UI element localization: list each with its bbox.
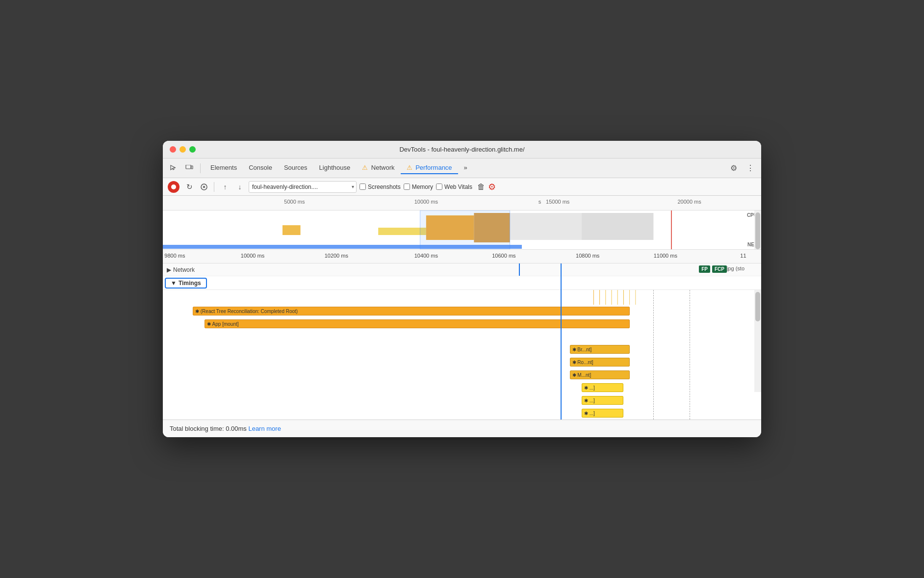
ruler-mark-20000: 20000 ms: [677, 199, 701, 205]
traffic-lights: [170, 146, 196, 153]
react-reconciliation-row: ✱ (React Tree Reconciliation: Completed …: [163, 305, 761, 317]
br-bar[interactable]: ✱ Br...nt]: [570, 345, 630, 354]
web-vitals-checkbox[interactable]: [436, 184, 442, 190]
close-button[interactable]: [170, 146, 176, 153]
tab-elements[interactable]: Elements: [205, 162, 243, 174]
ruler-marks: 5000 ms 10000 ms s 15000 ms 20000 ms: [163, 196, 761, 210]
ruler-mark-10000-2: s: [539, 199, 541, 205]
timings-scrollbar[interactable]: [754, 290, 761, 392]
learn-more-link[interactable]: Learn more: [248, 425, 281, 432]
app-mount-bar[interactable]: ✱ App [mount]: [205, 319, 629, 328]
child-bars-row-2: ✱ Ro...nt]: [163, 356, 761, 368]
svg-rect-0: [186, 165, 191, 169]
more-options-button[interactable]: ⋮: [744, 161, 757, 175]
child-vert-line-3: [561, 368, 562, 381]
stop-button[interactable]: [199, 182, 209, 192]
svg-rect-9: [510, 213, 582, 240]
fcp-dashed-line: [690, 290, 690, 420]
screenshots-checkbox[interactable]: [359, 184, 366, 190]
inspect-icon[interactable]: [167, 161, 180, 175]
device-toggle-icon[interactable]: [182, 161, 196, 175]
nav-tabs: Elements Console Sources Lighthouse ⚠ Ne…: [205, 162, 725, 174]
devtools-window: DevTools - foul-heavenly-direction.glitc…: [163, 141, 761, 437]
timings-expand-icon: ▼: [171, 280, 177, 287]
timings-scrollbar-thumb[interactable]: [755, 292, 760, 321]
reload-button[interactable]: ↻: [182, 180, 196, 194]
tab-lighthouse[interactable]: Lighthouse: [313, 162, 357, 174]
perf-warning-icon: ⚠: [407, 164, 412, 171]
svg-rect-10: [582, 213, 653, 240]
svg-rect-5: [282, 225, 301, 235]
detail-mark-10600: 10600 ms: [492, 253, 515, 259]
network-track-label[interactable]: ▶ Network: [163, 266, 231, 273]
tab-sources[interactable]: Sources: [278, 162, 313, 174]
download-icon[interactable]: ↓: [234, 181, 246, 193]
detail-mark-11000: 11000 ms: [654, 253, 677, 259]
web-vitals-checkbox-group[interactable]: Web Vitals: [436, 184, 472, 190]
child-bars-row-4: ✱ ...]: [163, 381, 761, 394]
overview-scrollbar[interactable]: [754, 210, 761, 249]
toolbar-right: ⚙ ⋮: [727, 161, 757, 175]
child-vert-line-4: [561, 381, 562, 394]
child2-bar[interactable]: ✱ ...]: [582, 396, 623, 405]
tab-more[interactable]: »: [458, 162, 473, 174]
fp-badge: FP: [699, 265, 710, 273]
ruler-mark-15000: 15000 ms: [546, 199, 569, 205]
tab-network[interactable]: ⚠ Network: [356, 162, 400, 174]
network-track-row[interactable]: ▶ Network soop.jpg (sto: [163, 263, 761, 276]
timings-ticks-svg: [163, 290, 761, 305]
maximize-button[interactable]: [189, 146, 196, 153]
nav-toolbar: Elements Console Sources Lighthouse ⚠ Ne…: [163, 158, 761, 178]
child-vert-line-1: [561, 343, 562, 356]
rec-divider: [214, 182, 214, 192]
child3-label: ✱ ...]: [584, 411, 595, 416]
screenshots-checkbox-group[interactable]: Screenshots: [359, 184, 401, 190]
network-expand-icon: ▶: [167, 266, 171, 273]
clear-button[interactable]: 🗑: [477, 183, 485, 191]
timings-label-box[interactable]: ▼ Timings: [165, 278, 207, 289]
child-vert-line-5: [561, 394, 562, 407]
settings-button[interactable]: ⚙: [727, 161, 741, 175]
memory-checkbox-group[interactable]: Memory: [404, 184, 433, 190]
detail-mark-10000: 10000 ms: [241, 253, 264, 259]
app-vert-line: [561, 317, 562, 330]
minimize-button[interactable]: [180, 146, 186, 153]
upload-icon[interactable]: ↑: [219, 181, 231, 193]
ro-bar[interactable]: ✱ Ro...nt]: [570, 358, 630, 367]
perf-settings-button[interactable]: ⚙: [488, 182, 496, 192]
svg-rect-11: [420, 210, 510, 249]
titlebar: DevTools - foul-heavenly-direction.glitc…: [163, 141, 761, 158]
screenshots-label: Screenshots: [368, 184, 401, 190]
timeline-overview[interactable]: CPU NET: [163, 210, 761, 250]
tab-performance[interactable]: ⚠ Performance: [401, 162, 458, 174]
scrollbar-thumb[interactable]: [755, 212, 760, 249]
child3-bar[interactable]: ✱ ...]: [582, 409, 623, 418]
svg-rect-13: [163, 245, 522, 249]
empty-vert-line-1: [561, 330, 562, 343]
ro-label: ✱ Ro...nt]: [572, 360, 593, 365]
memory-label: Memory: [412, 184, 433, 190]
child-bars-row-1: ✱ Br...nt]: [163, 343, 761, 356]
svg-rect-1: [191, 166, 193, 169]
tab-console[interactable]: Console: [243, 162, 278, 174]
child-bars-row-5: ✱ ...]: [163, 394, 761, 407]
svg-rect-6: [378, 228, 426, 235]
ruler-mark-5000: 5000 ms: [284, 199, 305, 205]
url-selector[interactable]: foul-heavenly-direction.... ▾: [249, 181, 357, 193]
ruler-mark-10000: 10000 ms: [414, 199, 438, 205]
blocking-time-text: Total blocking time: 0.00ms: [170, 425, 247, 432]
m-bar[interactable]: ✱ M...nt]: [570, 370, 630, 379]
url-dropdown-arrow: ▾: [352, 184, 354, 189]
child1-bar[interactable]: ✱ ...]: [582, 383, 623, 392]
memory-checkbox[interactable]: [404, 184, 410, 190]
network-warning-icon: ⚠: [362, 164, 368, 171]
overview-ruler: 5000 ms 10000 ms s 15000 ms 20000 ms: [163, 196, 761, 210]
status-bar: Total blocking time: 0.00ms Learn more: [163, 420, 761, 437]
window-title: DevTools - foul-heavenly-direction.glitc…: [399, 146, 524, 153]
react-reconciliation-bar[interactable]: ✱ (React Tree Reconciliation: Completed …: [193, 307, 630, 315]
detail-ruler: 9800 ms 10000 ms 10200 ms 10400 ms 10600…: [163, 250, 761, 263]
record-button[interactable]: [168, 181, 180, 193]
overview-svg: [163, 210, 761, 249]
child-vert-line-2: [561, 356, 562, 368]
tracks-area: ▶ Network soop.jpg (sto ▼ Timings: [163, 263, 761, 420]
